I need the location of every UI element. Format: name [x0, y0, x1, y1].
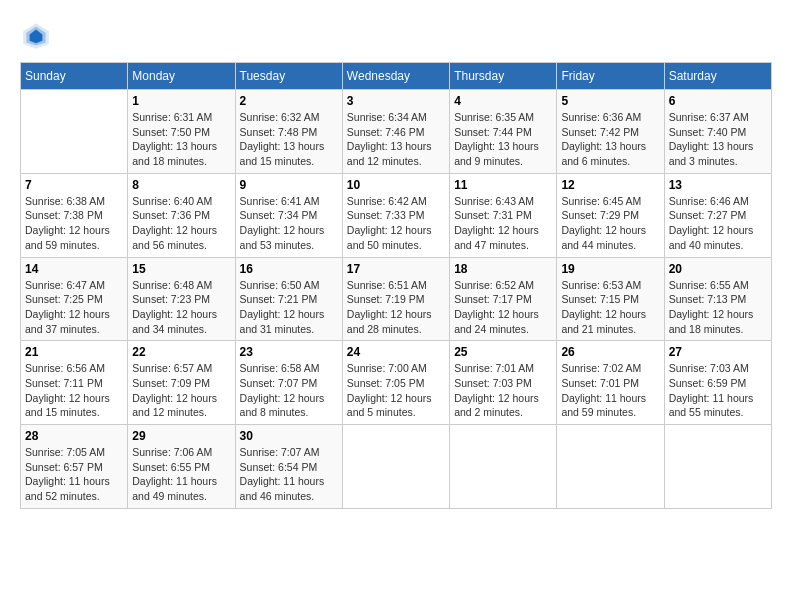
- logo-icon: [20, 20, 52, 52]
- calendar-cell: 30Sunrise: 7:07 AMSunset: 6:54 PMDayligh…: [235, 425, 342, 509]
- day-info: Sunrise: 6:47 AMSunset: 7:25 PMDaylight:…: [25, 278, 123, 337]
- day-info: Sunrise: 7:07 AMSunset: 6:54 PMDaylight:…: [240, 445, 338, 504]
- calendar-cell: 29Sunrise: 7:06 AMSunset: 6:55 PMDayligh…: [128, 425, 235, 509]
- day-info: Sunrise: 6:35 AMSunset: 7:44 PMDaylight:…: [454, 110, 552, 169]
- calendar-cell: 15Sunrise: 6:48 AMSunset: 7:23 PMDayligh…: [128, 257, 235, 341]
- calendar-cell: 4Sunrise: 6:35 AMSunset: 7:44 PMDaylight…: [450, 90, 557, 174]
- day-number: 5: [561, 94, 659, 108]
- day-info: Sunrise: 6:51 AMSunset: 7:19 PMDaylight:…: [347, 278, 445, 337]
- page-header: [20, 20, 772, 52]
- calendar-cell: 26Sunrise: 7:02 AMSunset: 7:01 PMDayligh…: [557, 341, 664, 425]
- day-info: Sunrise: 6:43 AMSunset: 7:31 PMDaylight:…: [454, 194, 552, 253]
- calendar-cell: 23Sunrise: 6:58 AMSunset: 7:07 PMDayligh…: [235, 341, 342, 425]
- calendar-cell: 10Sunrise: 6:42 AMSunset: 7:33 PMDayligh…: [342, 173, 449, 257]
- day-number: 17: [347, 262, 445, 276]
- day-number: 24: [347, 345, 445, 359]
- day-info: Sunrise: 7:06 AMSunset: 6:55 PMDaylight:…: [132, 445, 230, 504]
- day-info: Sunrise: 7:05 AMSunset: 6:57 PMDaylight:…: [25, 445, 123, 504]
- day-number: 3: [347, 94, 445, 108]
- calendar-cell: [557, 425, 664, 509]
- day-number: 21: [25, 345, 123, 359]
- day-info: Sunrise: 6:42 AMSunset: 7:33 PMDaylight:…: [347, 194, 445, 253]
- day-info: Sunrise: 6:45 AMSunset: 7:29 PMDaylight:…: [561, 194, 659, 253]
- calendar-cell: 17Sunrise: 6:51 AMSunset: 7:19 PMDayligh…: [342, 257, 449, 341]
- calendar-cell: 20Sunrise: 6:55 AMSunset: 7:13 PMDayligh…: [664, 257, 771, 341]
- day-number: 23: [240, 345, 338, 359]
- day-info: Sunrise: 6:46 AMSunset: 7:27 PMDaylight:…: [669, 194, 767, 253]
- day-number: 4: [454, 94, 552, 108]
- calendar-cell: 14Sunrise: 6:47 AMSunset: 7:25 PMDayligh…: [21, 257, 128, 341]
- day-number: 19: [561, 262, 659, 276]
- column-header-tuesday: Tuesday: [235, 63, 342, 90]
- day-number: 18: [454, 262, 552, 276]
- calendar-week-3: 14Sunrise: 6:47 AMSunset: 7:25 PMDayligh…: [21, 257, 772, 341]
- calendar-cell: 12Sunrise: 6:45 AMSunset: 7:29 PMDayligh…: [557, 173, 664, 257]
- day-number: 30: [240, 429, 338, 443]
- column-header-saturday: Saturday: [664, 63, 771, 90]
- calendar-cell: [664, 425, 771, 509]
- calendar-cell: 27Sunrise: 7:03 AMSunset: 6:59 PMDayligh…: [664, 341, 771, 425]
- day-number: 12: [561, 178, 659, 192]
- day-number: 8: [132, 178, 230, 192]
- day-info: Sunrise: 6:31 AMSunset: 7:50 PMDaylight:…: [132, 110, 230, 169]
- day-number: 1: [132, 94, 230, 108]
- calendar-cell: 9Sunrise: 6:41 AMSunset: 7:34 PMDaylight…: [235, 173, 342, 257]
- day-number: 2: [240, 94, 338, 108]
- calendar-cell: 3Sunrise: 6:34 AMSunset: 7:46 PMDaylight…: [342, 90, 449, 174]
- calendar-cell: 25Sunrise: 7:01 AMSunset: 7:03 PMDayligh…: [450, 341, 557, 425]
- day-info: Sunrise: 6:48 AMSunset: 7:23 PMDaylight:…: [132, 278, 230, 337]
- day-info: Sunrise: 7:02 AMSunset: 7:01 PMDaylight:…: [561, 361, 659, 420]
- day-info: Sunrise: 6:50 AMSunset: 7:21 PMDaylight:…: [240, 278, 338, 337]
- day-info: Sunrise: 7:00 AMSunset: 7:05 PMDaylight:…: [347, 361, 445, 420]
- column-header-friday: Friday: [557, 63, 664, 90]
- column-header-sunday: Sunday: [21, 63, 128, 90]
- calendar-cell: 5Sunrise: 6:36 AMSunset: 7:42 PMDaylight…: [557, 90, 664, 174]
- calendar-week-4: 21Sunrise: 6:56 AMSunset: 7:11 PMDayligh…: [21, 341, 772, 425]
- calendar-cell: 21Sunrise: 6:56 AMSunset: 7:11 PMDayligh…: [21, 341, 128, 425]
- calendar-week-2: 7Sunrise: 6:38 AMSunset: 7:38 PMDaylight…: [21, 173, 772, 257]
- column-header-monday: Monday: [128, 63, 235, 90]
- day-number: 20: [669, 262, 767, 276]
- calendar-cell: 2Sunrise: 6:32 AMSunset: 7:48 PMDaylight…: [235, 90, 342, 174]
- day-number: 11: [454, 178, 552, 192]
- calendar-cell: 1Sunrise: 6:31 AMSunset: 7:50 PMDaylight…: [128, 90, 235, 174]
- day-info: Sunrise: 6:58 AMSunset: 7:07 PMDaylight:…: [240, 361, 338, 420]
- day-number: 7: [25, 178, 123, 192]
- day-info: Sunrise: 6:40 AMSunset: 7:36 PMDaylight:…: [132, 194, 230, 253]
- logo: [20, 20, 56, 52]
- day-number: 6: [669, 94, 767, 108]
- day-info: Sunrise: 7:03 AMSunset: 6:59 PMDaylight:…: [669, 361, 767, 420]
- day-info: Sunrise: 6:56 AMSunset: 7:11 PMDaylight:…: [25, 361, 123, 420]
- calendar-header-row: SundayMondayTuesdayWednesdayThursdayFrid…: [21, 63, 772, 90]
- day-info: Sunrise: 6:41 AMSunset: 7:34 PMDaylight:…: [240, 194, 338, 253]
- day-number: 29: [132, 429, 230, 443]
- day-info: Sunrise: 6:57 AMSunset: 7:09 PMDaylight:…: [132, 361, 230, 420]
- day-number: 25: [454, 345, 552, 359]
- day-info: Sunrise: 6:36 AMSunset: 7:42 PMDaylight:…: [561, 110, 659, 169]
- day-number: 15: [132, 262, 230, 276]
- day-info: Sunrise: 6:32 AMSunset: 7:48 PMDaylight:…: [240, 110, 338, 169]
- day-info: Sunrise: 6:52 AMSunset: 7:17 PMDaylight:…: [454, 278, 552, 337]
- day-info: Sunrise: 6:38 AMSunset: 7:38 PMDaylight:…: [25, 194, 123, 253]
- day-info: Sunrise: 6:37 AMSunset: 7:40 PMDaylight:…: [669, 110, 767, 169]
- calendar-table: SundayMondayTuesdayWednesdayThursdayFrid…: [20, 62, 772, 509]
- day-number: 9: [240, 178, 338, 192]
- column-header-thursday: Thursday: [450, 63, 557, 90]
- day-info: Sunrise: 6:55 AMSunset: 7:13 PMDaylight:…: [669, 278, 767, 337]
- calendar-cell: 8Sunrise: 6:40 AMSunset: 7:36 PMDaylight…: [128, 173, 235, 257]
- calendar-week-1: 1Sunrise: 6:31 AMSunset: 7:50 PMDaylight…: [21, 90, 772, 174]
- day-number: 22: [132, 345, 230, 359]
- calendar-cell: [21, 90, 128, 174]
- calendar-cell: [450, 425, 557, 509]
- calendar-cell: 13Sunrise: 6:46 AMSunset: 7:27 PMDayligh…: [664, 173, 771, 257]
- calendar-cell: 18Sunrise: 6:52 AMSunset: 7:17 PMDayligh…: [450, 257, 557, 341]
- calendar-cell: 24Sunrise: 7:00 AMSunset: 7:05 PMDayligh…: [342, 341, 449, 425]
- day-number: 28: [25, 429, 123, 443]
- calendar-cell: 19Sunrise: 6:53 AMSunset: 7:15 PMDayligh…: [557, 257, 664, 341]
- day-number: 13: [669, 178, 767, 192]
- day-number: 14: [25, 262, 123, 276]
- day-number: 26: [561, 345, 659, 359]
- column-header-wednesday: Wednesday: [342, 63, 449, 90]
- calendar-cell: 16Sunrise: 6:50 AMSunset: 7:21 PMDayligh…: [235, 257, 342, 341]
- calendar-cell: 28Sunrise: 7:05 AMSunset: 6:57 PMDayligh…: [21, 425, 128, 509]
